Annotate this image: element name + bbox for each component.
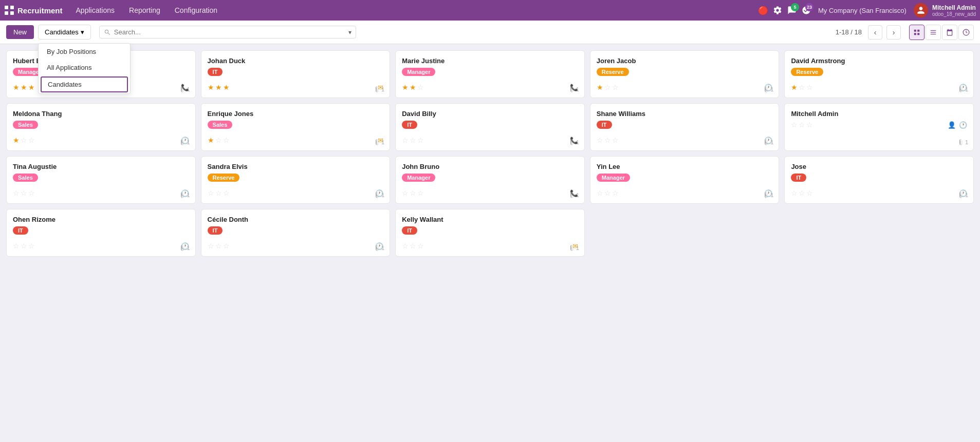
candidate-card[interactable]: Mitchell Admin ☆☆☆ 👤 🕐 1 [784,103,974,151]
nav-applications[interactable]: Applications [69,0,122,21]
star-rating: ☆☆☆ [208,189,230,197]
star-1: ★ [597,83,603,91]
candidate-card[interactable]: Jose IT ☆☆☆ 🕐 1 [784,156,974,204]
candidate-card[interactable]: Meldona Thang Sales ★☆☆ 🕐 1 [6,103,196,151]
star-3: ★ [223,83,230,91]
attachments-count: 1 [569,86,579,92]
candidate-tag: Reserve [208,174,240,182]
kanban-view-button[interactable] [909,25,924,40]
candidate-card[interactable]: Kelly Wallant IT ☆☆☆ ✉ 1 [395,209,585,257]
star-1: ☆ [13,242,20,250]
candidate-card[interactable]: Ohen Rizome IT ☆☆☆ 🕐 1 [6,209,196,257]
attachments-count: 1 [958,192,968,198]
attachment-icon [179,86,186,92]
star-2: ☆ [21,136,27,144]
attachments-count: 1 [763,86,773,92]
new-button[interactable]: New [6,25,34,39]
user-menu[interactable]: Mitchell Admin odoo_18_new_add [914,3,976,17]
dropdown-all-applications[interactable]: All Applications [39,60,130,75]
activity-icon[interactable]: 23 [802,6,811,15]
star-rating: ★☆☆ [791,83,813,91]
candidate-card[interactable]: Cécile Donth IT ☆☆☆ 🕐 1 [201,209,391,257]
topbar-icons: 🔴 5 23 [759,6,811,15]
candidate-name: David Billy [402,110,578,118]
attachments-count: 1 [569,139,579,145]
chat-icon[interactable]: 5 [787,6,797,15]
nav-reporting[interactable]: Reporting [122,0,168,21]
candidate-tag: IT [402,226,417,235]
settings-icon[interactable] [773,6,782,15]
candidate-name: Cécile Donth [208,216,384,223]
app-logo[interactable]: Recruitment [4,5,63,15]
candidate-tag: IT [402,121,417,129]
secondary-toolbar: New Candidates ▾ By Job Positions All Ap… [0,21,980,44]
calendar-view-button[interactable] [942,25,957,40]
star-rating: ☆☆☆ [402,242,424,250]
avatar-icon: 👤 [948,121,956,129]
card-footer: ☆☆☆ 📞 [402,136,578,144]
candidate-tag: IT [13,226,28,235]
card-footer: ☆☆☆ 📞 [402,189,578,197]
star-2: ☆ [604,189,611,197]
attachment-icon [958,192,964,198]
attachments-count: 1 [179,245,190,251]
candidates-dropdown-button[interactable]: Candidates ▾ [38,25,91,40]
candidate-card[interactable]: Joren Jacob Reserve ★☆☆ 🕐 1 [590,50,780,98]
candidate-card[interactable]: Enrique Jones Sales ★☆☆ ✉ 1 [201,103,391,151]
star-1: ★ [402,83,409,91]
next-page-button[interactable]: › [886,25,901,40]
search-dropdown-button[interactable]: ▾ [348,29,352,36]
candidate-card[interactable]: David Armstrong Reserve ★☆☆ 🕐 1 [784,50,974,98]
attachments-count: 1 [958,86,968,92]
candidate-card[interactable]: David Billy IT ☆☆☆ 📞 1 [395,103,585,151]
activity-view-button[interactable] [958,25,974,40]
candidate-card[interactable]: John Bruno Manager ☆☆☆ 📞 1 [395,156,585,204]
star-2: ★ [410,83,416,91]
candidate-card[interactable]: Yin Lee Manager ☆☆☆ 🕐 1 [590,156,780,204]
user-sub: odoo_18_new_add [932,11,976,17]
candidate-card[interactable]: Tina Augustie Sales ☆☆☆ 🕐 1 [6,156,196,204]
star-3: ★ [28,83,35,91]
attachment-icon [179,192,186,198]
candidate-card[interactable]: Shane Williams IT ☆☆☆ 🕐 1 [590,103,780,151]
search-input[interactable] [114,28,345,36]
star-2: ☆ [410,189,416,197]
list-view-button[interactable] [926,25,941,40]
card-footer: ☆☆☆ 🕐 [208,189,384,197]
attachments-count: 1 [958,139,968,145]
star-rating: ☆☆☆ [402,136,424,144]
star-rating: ☆☆☆ [13,242,35,250]
company-name[interactable]: My Company (San Francisco) [818,7,907,14]
dropdown-by-job-positions[interactable]: By Job Positions [39,44,130,60]
star-2: ☆ [799,121,805,129]
candidate-name: Joren Jacob [597,57,773,65]
dropdown-candidates[interactable]: Candidates [41,76,128,92]
clock-icon: 🕐 [959,121,967,129]
star-1: ☆ [13,189,20,197]
star-rating: ☆☆☆ [597,189,619,197]
star-1: ☆ [402,189,409,197]
attachments-count: 1 [374,139,384,145]
star-2: ☆ [799,189,805,197]
candidate-card[interactable]: Johan Duck IT ★★★ ✉ 1 [201,50,391,98]
candidate-card[interactable]: Sandra Elvis Reserve ☆☆☆ 🕐 1 [201,156,391,204]
candidate-tag: Sales [13,121,38,129]
nav-configuration[interactable]: Configuration [168,0,225,21]
topbar-nav: Applications Reporting Configuration [69,0,225,21]
activity-badge: 23 [805,3,813,11]
star-2: ☆ [215,242,222,250]
candidate-tag: Sales [13,174,38,182]
star-1: ☆ [597,189,603,197]
star-3: ☆ [612,136,619,144]
candidate-name: Johan Duck [208,57,384,65]
candidate-name: Marie Justine [402,57,578,65]
prev-page-button[interactable]: ‹ [868,25,882,40]
notification-icon[interactable]: 🔴 [759,6,768,15]
card-footer: ☆☆☆ 🕐 [13,242,189,250]
candidate-card[interactable]: Marie Justine Manager ★★☆ 📞 1 [395,50,585,98]
star-rating: ☆☆☆ [208,242,230,250]
svg-rect-3 [10,11,14,15]
card-footer: ★★★ ✉ [208,83,384,91]
main-content: Hubert Blank Manager ★★★ 📞 1 Johan Duck … [0,44,980,263]
attachments-count: 1 [374,192,384,198]
